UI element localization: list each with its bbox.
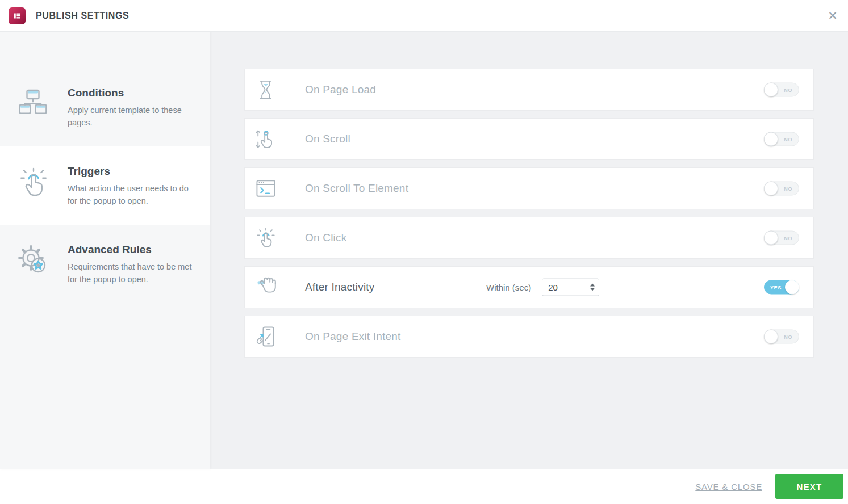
scroll-hand-icon: [245, 119, 287, 159]
toggle-state-label: NO: [784, 186, 792, 191]
trigger-toggle-on-page-exit-intent[interactable]: NO: [764, 330, 799, 344]
phone-exit-icon: [245, 316, 287, 357]
sidebar-item-description: Requirements that have to be met for the…: [68, 261, 197, 285]
spinner-down-icon[interactable]: [590, 288, 595, 291]
sidebar-item-conditions[interactable]: Conditions Apply current template to the…: [0, 68, 210, 146]
sidebar-item-triggers[interactable]: Triggers What action the user needs to d…: [0, 146, 210, 225]
toggle-state-label: NO: [784, 136, 792, 142]
within-sec-input[interactable]: [542, 283, 586, 292]
close-icon[interactable]: ✕: [817, 0, 848, 31]
toggle-knob: [764, 132, 778, 146]
gear-star-icon: [17, 243, 50, 279]
trigger-label: On Page Load: [305, 83, 376, 96]
trigger-row-on-click: On Click NO: [245, 217, 813, 258]
trigger-label: On Scroll: [305, 133, 350, 145]
sidebar-item-label: Conditions: [68, 87, 197, 99]
hourglass-icon: [245, 69, 287, 110]
dialog-header: PUBLISH SETTINGS ✕: [0, 0, 848, 32]
toggle-state-label: NO: [784, 334, 792, 339]
tap-hand-icon: [17, 165, 50, 200]
sidebar-item-advanced-rules[interactable]: Advanced Rules Requirements that have to…: [0, 225, 210, 303]
settings-sidebar: Conditions Apply current template to the…: [0, 32, 210, 469]
trigger-label: On Page Exit Intent: [305, 330, 401, 343]
toggle-state-label: NO: [784, 235, 792, 241]
sidebar-item-label: Triggers: [68, 165, 197, 178]
trigger-label: On Click: [305, 232, 346, 244]
triggers-panel: On Page Load NO On Sc: [210, 32, 848, 469]
trigger-toggle-on-click[interactable]: NO: [764, 231, 799, 245]
trigger-toggle-on-scroll[interactable]: NO: [764, 132, 799, 146]
press-hold-hand-icon: [245, 267, 287, 308]
trigger-label: After Inactivity: [305, 281, 375, 293]
trigger-row-after-inactivity: After Inactivity Within (sec) YES: [245, 267, 813, 308]
next-button[interactable]: NEXT: [775, 474, 843, 499]
toggle-knob: [764, 330, 778, 344]
toggle-state-label: NO: [784, 87, 792, 93]
toggle-knob: [764, 182, 778, 196]
trigger-row-on-page-exit-intent: On Page Exit Intent NO: [245, 316, 813, 357]
within-sec-field-group: Within (sec): [486, 279, 599, 296]
sidebar-item-label: Advanced Rules: [68, 243, 197, 256]
toggle-knob: [764, 231, 778, 245]
spinner-up-icon[interactable]: [590, 284, 595, 287]
trigger-toggle-on-page-load[interactable]: NO: [764, 83, 799, 97]
trigger-row-on-scroll: On Scroll NO: [245, 119, 813, 159]
sitemap-icon: [17, 87, 50, 122]
toggle-knob: [785, 280, 799, 295]
toggle-knob: [764, 83, 778, 97]
page-title: PUBLISH SETTINGS: [36, 11, 129, 21]
save-and-close-button[interactable]: SAVE & CLOSE: [695, 482, 762, 492]
within-sec-label: Within (sec): [486, 283, 531, 292]
sidebar-item-description: What action the user needs to do for the…: [68, 182, 197, 207]
trigger-toggle-on-scroll-to-element[interactable]: NO: [764, 182, 799, 196]
within-sec-field: [542, 279, 599, 296]
trigger-toggle-after-inactivity[interactable]: YES: [764, 280, 799, 295]
click-hand-icon: [245, 217, 287, 258]
trigger-row-on-page-load: On Page Load NO: [245, 69, 813, 110]
dialog-footer: SAVE & CLOSE NEXT: [0, 469, 848, 504]
sidebar-item-description: Apply current template to these pages.: [68, 104, 197, 129]
elementor-logo-icon: [9, 7, 26, 24]
toggle-state-label: YES: [770, 284, 782, 290]
trigger-label: On Scroll To Element: [305, 182, 408, 195]
window-terminal-icon: [245, 168, 287, 209]
trigger-row-on-scroll-to-element: On Scroll To Element NO: [245, 168, 813, 209]
number-spinner-icon[interactable]: [586, 284, 599, 291]
